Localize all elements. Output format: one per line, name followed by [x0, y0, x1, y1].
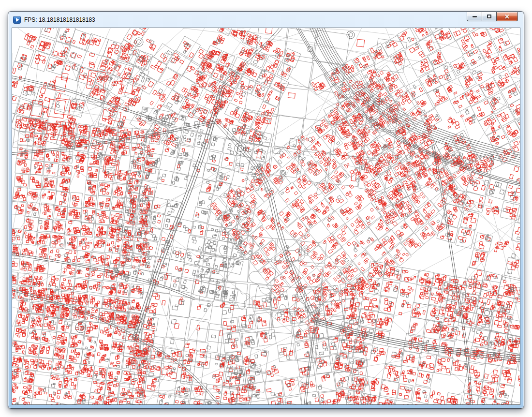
map-canvas[interactable]	[12, 28, 520, 404]
minimize-button[interactable]	[467, 12, 482, 21]
map-viewport	[12, 28, 520, 405]
minimize-icon	[473, 16, 477, 17]
close-icon: ✕	[504, 14, 510, 20]
titlebar[interactable]: FPS: 18.181818181818183 ✕	[8, 12, 524, 28]
play-icon	[13, 16, 21, 24]
caption-buttons: ✕	[467, 12, 518, 21]
maximize-icon	[487, 15, 491, 18]
window-title: FPS: 18.181818181818183	[24, 16, 95, 23]
close-button[interactable]: ✕	[496, 12, 518, 21]
maximize-button[interactable]	[482, 12, 496, 21]
app-window: FPS: 18.181818181818183 ✕	[8, 11, 524, 409]
play-triangle-glyph	[16, 18, 19, 22]
